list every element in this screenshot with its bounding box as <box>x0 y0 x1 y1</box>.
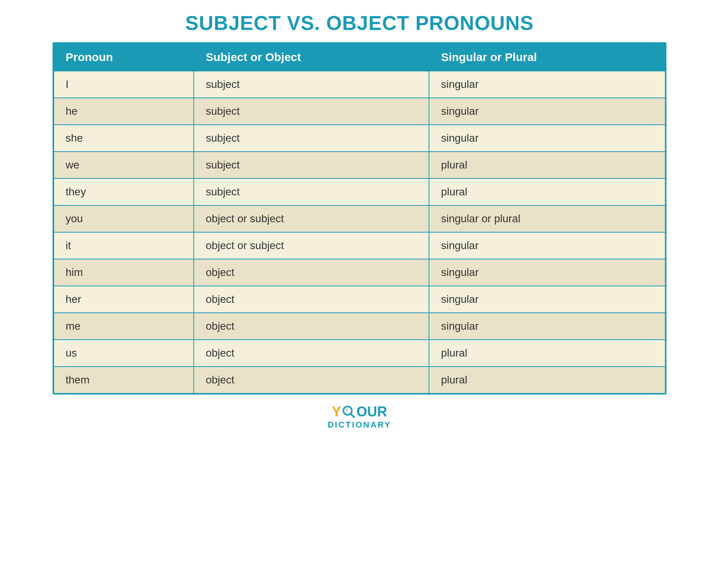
magnifier-icon <box>341 405 356 419</box>
table-cell: singular <box>429 125 665 152</box>
table-cell: me <box>54 313 194 340</box>
table-cell: subject <box>194 125 429 152</box>
table-cell: singular <box>429 98 665 125</box>
header-pronoun: Pronoun <box>54 44 194 71</box>
logo: Y OUR DICTIONARY <box>328 404 391 430</box>
table-header-row: Pronoun Subject or Object Singular or Pl… <box>54 44 665 71</box>
table-cell: us <box>54 340 194 367</box>
table-cell: plural <box>429 367 665 393</box>
table-row: hesubjectsingular <box>54 98 665 125</box>
table-cell: object <box>194 259 429 286</box>
table-row: youobject or subjectsingular or plural <box>54 205 665 232</box>
table-cell: object <box>194 313 429 340</box>
table-row: herobjectsingular <box>54 286 665 313</box>
table-row: themobjectplural <box>54 367 665 393</box>
logo-text: Y OUR <box>332 404 387 420</box>
table-cell: singular <box>429 286 665 313</box>
table-row: wesubjectplural <box>54 152 665 178</box>
table-cell: subject <box>194 152 429 178</box>
table-cell: plural <box>429 152 665 178</box>
table-cell: her <box>54 286 194 313</box>
table-cell: they <box>54 178 194 205</box>
table-cell: object <box>194 367 429 393</box>
page-title: SUBJECT VS. OBJECT PRONOUNS <box>185 12 534 35</box>
svg-point-3 <box>346 409 348 411</box>
table-cell: you <box>54 205 194 232</box>
table-cell: singular or plural <box>429 205 665 232</box>
svg-line-2 <box>351 414 354 417</box>
table-row: shesubjectsingular <box>54 125 665 152</box>
header-singular-plural: Singular or Plural <box>429 44 665 71</box>
table-cell: it <box>54 232 194 259</box>
table-cell: singular <box>429 259 665 286</box>
table-cell: object or subject <box>194 205 429 232</box>
table-cell: singular <box>429 313 665 340</box>
table-cell: we <box>54 152 194 178</box>
logo-dictionary: DICTIONARY <box>328 420 391 430</box>
table-cell: singular <box>429 232 665 259</box>
table-cell: subject <box>194 178 429 205</box>
table-row: usobjectplural <box>54 340 665 367</box>
table-cell: plural <box>429 178 665 205</box>
logo-our: OUR <box>356 404 387 420</box>
table-cell: them <box>54 367 194 393</box>
table-cell: she <box>54 125 194 152</box>
table-row: himobjectsingular <box>54 259 665 286</box>
svg-point-1 <box>345 408 350 413</box>
table-cell: singular <box>429 71 665 98</box>
logo-y: Y <box>332 404 341 420</box>
table-row: itobject or subjectsingular <box>54 232 665 259</box>
table-cell: subject <box>194 98 429 125</box>
table-row: theysubjectplural <box>54 178 665 205</box>
table-cell: subject <box>194 71 429 98</box>
table-row: Isubjectsingular <box>54 71 665 98</box>
table-cell: he <box>54 98 194 125</box>
table-cell: object <box>194 286 429 313</box>
table-cell: object <box>194 340 429 367</box>
table-cell: object or subject <box>194 232 429 259</box>
table-cell: him <box>54 259 194 286</box>
footer: Y OUR DICTIONARY <box>328 404 391 430</box>
pronoun-table: Pronoun Subject or Object Singular or Pl… <box>54 44 665 393</box>
table-cell: I <box>54 71 194 98</box>
pronoun-table-wrapper: Pronoun Subject or Object Singular or Pl… <box>53 42 666 395</box>
header-subject-object: Subject or Object <box>194 44 429 71</box>
table-row: meobjectsingular <box>54 313 665 340</box>
table-cell: plural <box>429 340 665 367</box>
